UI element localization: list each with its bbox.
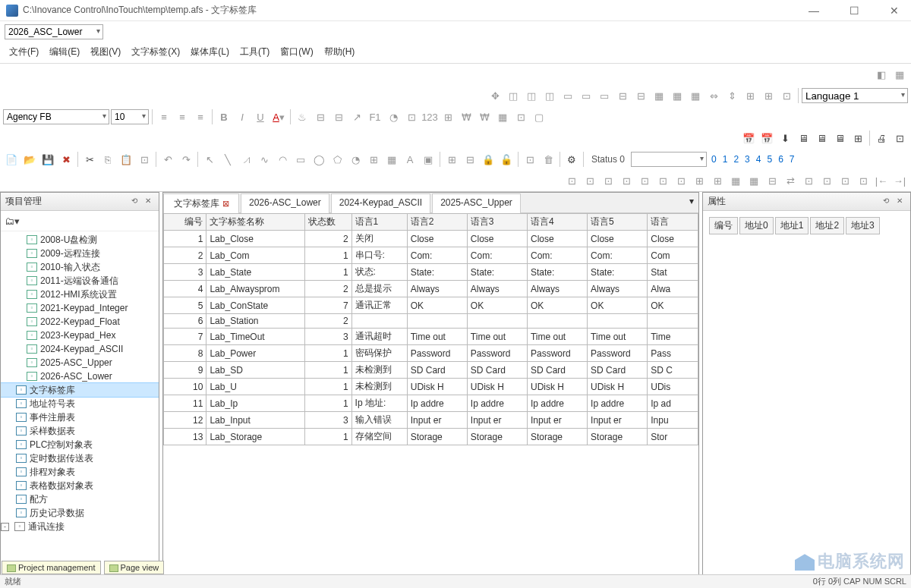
tree-menu-icon[interactable]: 🗂▾ <box>4 212 20 229</box>
tree-item[interactable]: ▫2022-Keypad_Float <box>1 315 159 329</box>
table-row[interactable]: 3Lab_State1状态:State:State:State:State:St… <box>164 264 698 281</box>
redo-icon[interactable]: ↷ <box>178 151 194 168</box>
move-icon[interactable]: ✥ <box>487 87 503 104</box>
calendar-icon[interactable]: 📅 <box>740 130 757 146</box>
underline-icon[interactable]: U <box>252 108 269 125</box>
table-row[interactable]: 8Lab_Power1密码保护PasswordPasswordPasswordP… <box>164 345 698 362</box>
tool-icon[interactable]: ⊞ <box>440 108 456 125</box>
col-header[interactable]: 文字标签名称 <box>206 214 305 231</box>
font-size-combo[interactable] <box>111 109 149 124</box>
align-icon[interactable]: ▦ <box>651 87 667 104</box>
spacing-icon[interactable]: ⇕ <box>723 87 740 104</box>
state-link[interactable]: 7 <box>786 153 798 166</box>
tree-item[interactable]: ▫表格数据对象表 <box>1 479 159 492</box>
table-row[interactable]: 4Lab_Alwaysprom2总是提示AlwaysAlwaysAlwaysAl… <box>164 281 698 297</box>
col-header[interactable]: 语言4 <box>527 214 587 231</box>
tool-icon[interactable]: F1 <box>367 108 383 125</box>
table-row[interactable]: 11Lab_Ip1Ip 地址:Ip addreIp addreIp addreI… <box>164 395 698 412</box>
tool-icon[interactable]: ₩ <box>458 108 474 125</box>
tree-item[interactable]: ▫配方 <box>1 492 159 506</box>
obj-icon[interactable]: ⊟ <box>764 172 780 189</box>
polyline-icon[interactable]: ⩘ <box>238 151 254 168</box>
col-header[interactable]: 语言2 <box>407 214 467 231</box>
editor-tab[interactable]: 2024-Keypad_ASCII <box>331 193 430 213</box>
minimize-button[interactable]: — <box>802 2 825 20</box>
table-row[interactable]: 6Lab_Station2 <box>164 314 698 329</box>
ungroup-icon[interactable]: ⊟ <box>462 151 478 168</box>
obj-icon[interactable]: ⊡ <box>582 172 598 189</box>
align-icon[interactable]: ▭ <box>578 87 594 104</box>
table-row[interactable]: 13Lab_Storage1存储空间StorageStorageStorageS… <box>164 429 698 445</box>
screen-icon[interactable]: 🖥 <box>831 130 848 146</box>
prop-col-header[interactable]: 地址2 <box>810 217 844 234</box>
close-button[interactable]: ✕ <box>884 2 905 20</box>
col-header[interactable]: 语言 <box>648 214 698 231</box>
align-icon[interactable]: ⊟ <box>614 87 631 104</box>
tool-icon[interactable]: ⊡ <box>512 108 529 125</box>
obj-icon[interactable]: ⊡ <box>600 172 616 189</box>
properties-grid[interactable]: 编号地址0地址1地址2地址3 <box>708 215 881 236</box>
align-icon[interactable]: ⊟ <box>632 87 649 104</box>
menu-item[interactable]: 帮助(H) <box>320 44 360 60</box>
align-center-icon[interactable]: ≡ <box>174 108 191 125</box>
tool-icon[interactable]: ⊡ <box>136 151 153 168</box>
obj-icon[interactable]: ⊞ <box>691 172 708 189</box>
prop-col-header[interactable]: 地址1 <box>775 217 809 234</box>
tree-item[interactable]: ▫2025-ASC_Upper <box>1 356 159 369</box>
pin-icon[interactable]: ⟲ <box>880 197 892 207</box>
tree-item[interactable]: ▫2009-远程连接 <box>1 247 159 260</box>
menu-item[interactable]: 窗口(W) <box>276 44 317 60</box>
align-left-icon[interactable]: ≡ <box>156 108 172 125</box>
tool-icon[interactable]: ▦ <box>494 108 511 125</box>
line-icon[interactable]: ╲ <box>219 151 236 168</box>
menu-item[interactable]: 媒体库(L) <box>186 44 234 60</box>
tree-item[interactable]: ▫2023-Keypad_Hex <box>1 329 159 342</box>
align-icon[interactable]: ▦ <box>669 87 686 104</box>
undo-icon[interactable]: ↶ <box>159 151 176 168</box>
table-row[interactable]: 10Lab_U1未检测到UDisk HUDisk HUDisk HUDisk H… <box>164 379 698 395</box>
label-grid[interactable]: 编号文字标签名称状态数语言1语言2语言3语言4语言5语言1Lab_Close2关… <box>163 213 698 588</box>
tree-item[interactable]: ▫2024-Keypad_ASCII <box>1 342 159 356</box>
copy-icon[interactable]: ⎘ <box>99 151 116 168</box>
col-header[interactable]: 状态数 <box>305 214 352 231</box>
table-row[interactable]: 2Lab_Com1串口号:Com:Com:Com:Com:Com <box>164 247 698 264</box>
obj-icon[interactable]: ⊡ <box>818 172 835 189</box>
state-link[interactable]: 0 <box>708 153 720 166</box>
tree-item[interactable]: ▫2010-输入状态 <box>1 260 159 274</box>
arc-icon[interactable]: ◠ <box>274 151 291 168</box>
download-icon[interactable]: ⬇ <box>777 130 793 146</box>
tool-icon[interactable]: ♨ <box>294 108 310 125</box>
tool-icon[interactable]: ⊡ <box>403 108 420 125</box>
screen-icon[interactable]: 🖥 <box>795 130 812 146</box>
align-icon[interactable]: ◫ <box>523 87 540 104</box>
panel-close-icon[interactable]: ✕ <box>142 197 154 207</box>
col-header[interactable]: 编号 <box>164 214 206 231</box>
tab-close-icon[interactable]: ⊠ <box>222 199 229 208</box>
table-row[interactable]: 5Lab_ConState7通讯正常OKOKOKOKOK <box>164 297 698 314</box>
col-header[interactable]: 语言5 <box>588 214 648 231</box>
tool-icon[interactable]: ⊟ <box>312 108 329 125</box>
table-row[interactable]: 12Lab_Input3输入错误Input erInput erInput er… <box>164 412 698 429</box>
obj-icon[interactable]: ⊞ <box>709 172 726 189</box>
obj-icon[interactable]: ▦ <box>727 172 744 189</box>
align-icon[interactable]: ▭ <box>560 87 576 104</box>
unlock-icon[interactable]: 🔓 <box>498 151 515 168</box>
obj-icon[interactable]: ⊡ <box>654 172 671 189</box>
calendar-icon[interactable]: 📅 <box>758 130 775 146</box>
maximize-button[interactable]: ☐ <box>843 2 865 20</box>
tree-item[interactable]: ▫历史记录数据 <box>1 506 159 520</box>
tree-item[interactable]: ▫文字标签库 <box>1 383 159 397</box>
font-name-combo[interactable] <box>3 109 109 124</box>
obj-icon[interactable]: ⊡ <box>800 172 817 189</box>
prop-col-header[interactable]: 编号 <box>709 217 738 234</box>
tool-icon[interactable]: ↗ <box>348 108 365 125</box>
expand-icon[interactable]: - <box>1 523 9 531</box>
tool-icon[interactable]: ▦ <box>891 66 908 83</box>
align-icon[interactable]: ◫ <box>541 87 558 104</box>
obj-icon[interactable]: ⊡ <box>673 172 689 189</box>
state-link[interactable]: 6 <box>775 153 786 166</box>
italic-icon[interactable]: I <box>234 108 251 125</box>
tree-item[interactable]: ▫事件注册表 <box>1 410 159 424</box>
tool-icon[interactable]: 123 <box>421 108 438 125</box>
tab-dropdown-icon[interactable]: ▾ <box>685 193 698 212</box>
